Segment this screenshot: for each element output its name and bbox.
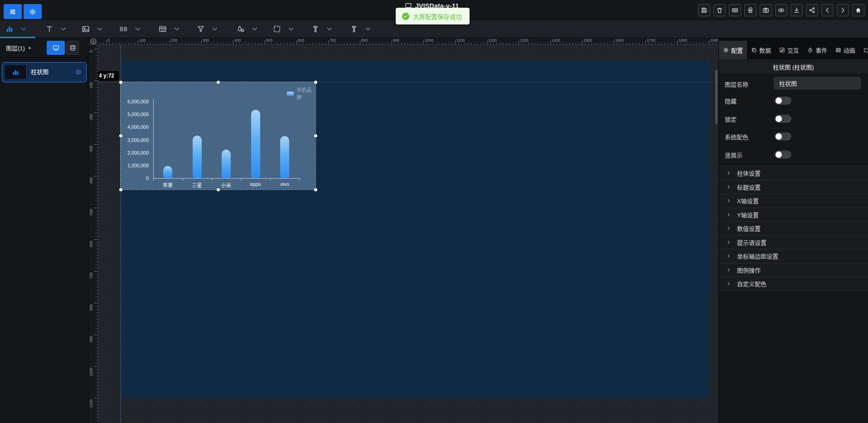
section-X轴设置[interactable]: X轴设置 — [719, 194, 868, 208]
forward-icon — [839, 7, 846, 14]
home-icon — [855, 7, 862, 14]
resize-handle[interactable] — [217, 81, 220, 84]
tab-clock-icon — [807, 47, 813, 53]
settings-button[interactable] — [24, 4, 42, 19]
inspector-tabbar: 配置数据交互事件动画参数 — [719, 38, 868, 59]
toggle-knob — [776, 97, 782, 104]
tool-group-pin-2[interactable] — [350, 20, 372, 38]
screen-view-button[interactable] — [47, 41, 65, 55]
resize-handle[interactable] — [119, 81, 122, 84]
h-ruler-label: 500 — [266, 38, 272, 43]
ruler-origin-icon[interactable] — [89, 38, 97, 45]
tool-group-funnel[interactable] — [197, 20, 219, 38]
tool-group-chart-bar[interactable] — [5, 20, 28, 38]
layer-name-input[interactable] — [774, 77, 861, 89]
h-ruler-label: 1100 — [456, 38, 465, 43]
y-axis-label: 2,000,000 — [121, 150, 149, 156]
v-ruler-label: 700 — [89, 272, 93, 279]
resize-handle[interactable] — [314, 188, 317, 191]
tool-group-image[interactable] — [82, 20, 104, 38]
camera-icon — [762, 7, 769, 14]
tab-事件[interactable]: 事件 — [803, 41, 831, 59]
design-canvas[interactable]: 0100200300400500600700800900100011001200… — [88, 38, 718, 423]
resize-handle[interactable] — [119, 134, 122, 137]
toggle-switch-隐藏[interactable] — [775, 97, 791, 105]
y-axis-label: 5,000,000 — [121, 112, 149, 117]
tab-动画[interactable]: 动画 — [831, 41, 859, 59]
keyboard-icon — [732, 7, 738, 14]
section-Y轴设置[interactable]: Y轴设置 — [719, 208, 868, 222]
download-icon — [793, 7, 800, 14]
h-ruler-label: 400 — [234, 38, 241, 43]
share-icon — [809, 7, 815, 14]
selected-bar-chart-widget[interactable]: 手机品牌6,000,0005,000,0004,000,0003,000,000… — [121, 82, 315, 190]
tool-group-select-rect[interactable] — [273, 20, 295, 38]
tool-group-pin-1[interactable] — [311, 20, 334, 38]
back-button[interactable] — [821, 4, 834, 16]
horizontal-ruler[interactable]: 0100200300400500600700800900100011001200… — [88, 38, 718, 45]
section-图例操作[interactable]: 图例操作 — [719, 263, 868, 277]
toggle-switch-系统配色[interactable] — [775, 132, 791, 141]
section-自定义配色[interactable]: 自定义配色 — [719, 277, 868, 291]
section-label: 柱体设置 — [737, 169, 761, 177]
toggle-switch-锁定[interactable] — [775, 115, 791, 123]
bar-oppo — [251, 110, 260, 178]
chevron-right-icon — [726, 226, 731, 231]
vertical-ruler[interactable]: 010020030040050060070080090010001100 — [88, 45, 98, 423]
tab-配置[interactable]: 配置 — [719, 41, 747, 59]
chevron-down-icon — [96, 25, 104, 33]
share-button[interactable] — [806, 4, 818, 16]
chart-legend[interactable]: 手机品牌 — [287, 86, 315, 101]
visibility-eye-icon[interactable] — [75, 68, 82, 76]
chevron-right-icon — [726, 185, 731, 190]
tool-group-text[interactable] — [45, 20, 68, 38]
canvas-vertical-scrollbar[interactable] — [715, 70, 718, 124]
trash-button[interactable] — [713, 4, 726, 16]
section-柱体设置[interactable]: 柱体设置 — [719, 166, 868, 180]
tool-group-number[interactable]: 88 — [120, 20, 142, 38]
tab-数据[interactable]: 数据 — [747, 41, 775, 59]
layers-toggle-button[interactable] — [4, 4, 22, 19]
x-axis-label: 三星 — [184, 181, 211, 189]
chevron-down-icon — [59, 25, 68, 33]
preview-eye-button[interactable] — [775, 4, 787, 16]
pin-icon — [311, 25, 320, 33]
tab-交互[interactable]: 交互 — [775, 41, 803, 59]
section-提示语设置[interactable]: 提示语设置 — [719, 235, 868, 249]
camera-button[interactable] — [760, 4, 772, 16]
layers-collapse-button[interactable]: 图层(1) — [6, 44, 32, 52]
h-ruler-label: 1600 — [615, 38, 624, 43]
tool-group-table[interactable] — [159, 20, 181, 38]
tab-参数[interactable]: 参数 — [859, 41, 868, 59]
preview-eye-icon — [778, 7, 785, 14]
resize-handle[interactable] — [119, 188, 122, 191]
mobile-chart-button[interactable] — [744, 4, 756, 16]
datasource-view-button[interactable] — [66, 41, 79, 55]
keyboard-button[interactable] — [729, 4, 741, 16]
resize-handle[interactable] — [314, 81, 317, 84]
save-icon — [701, 7, 708, 14]
toggle-knob — [776, 151, 782, 158]
section-坐标轴边距设置[interactable]: 坐标轴边距设置 — [719, 249, 868, 263]
toggle-switch-竖展示[interactable] — [775, 151, 791, 159]
layers-panel: 图层(1) 柱状图 — [0, 38, 88, 423]
number-icon: 88 — [120, 25, 128, 33]
h-ruler-label: 1300 — [520, 38, 529, 43]
inspector-sections: 柱体设置标题设置X轴设置Y轴设置数值设置提示语设置坐标轴边距设置图例操作自定义配… — [719, 166, 868, 291]
resize-handle[interactable] — [314, 134, 317, 137]
legend-swatch — [287, 92, 294, 96]
save-button[interactable] — [698, 4, 710, 16]
resize-handle[interactable] — [217, 188, 220, 191]
y-axis-label: 1,000,000 — [121, 163, 149, 168]
section-标题设置[interactable]: 标题设置 — [719, 180, 868, 194]
layer-item-bar-chart[interactable]: 柱状图 — [2, 62, 87, 83]
database-icon — [69, 44, 76, 51]
home-button[interactable] — [852, 4, 864, 16]
section-数值设置[interactable]: 数值设置 — [719, 221, 868, 235]
topbar-actions — [698, 4, 864, 16]
tool-group-shapes[interactable] — [237, 20, 259, 38]
download-button[interactable] — [790, 4, 803, 16]
x-axis-line — [153, 178, 300, 179]
toggle-row-锁定: 锁定 — [719, 113, 868, 125]
forward-button[interactable] — [837, 4, 849, 16]
